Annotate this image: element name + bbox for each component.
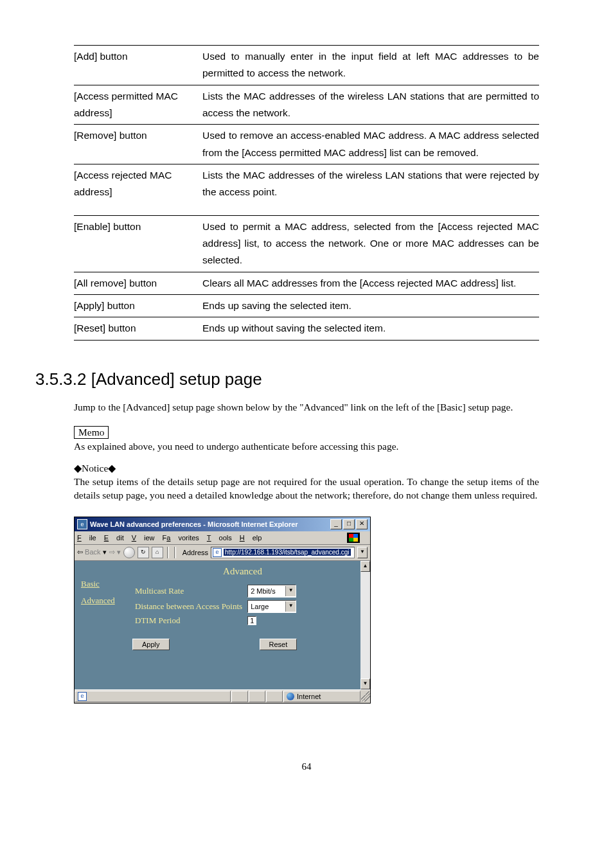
param-desc: Used to remove an access-enabled MAC add… <box>202 125 539 164</box>
toolbar: ⇦ Back ▾ ⇨ ▾ ↻ ⌂ Address e http://192.16… <box>75 545 370 561</box>
memo-text: As explained above, you need to undergo … <box>74 440 539 454</box>
chevron-down-icon: ▼ <box>285 586 296 596</box>
table-row: [Access permitted MAC address] Lists the… <box>74 85 539 125</box>
param-desc: Used to permit a MAC address, selected f… <box>202 215 539 272</box>
browser-window: e Wave LAN advanced preferences - Micros… <box>74 517 371 704</box>
window-title: Wave LAN advanced preferences - Microsof… <box>90 520 330 528</box>
table-row: [Remove] button Used to remove an access… <box>74 125 539 164</box>
dtim-label: DTIM Period <box>132 614 245 627</box>
table-row: [Apply] button Ends up saving the select… <box>74 295 539 317</box>
distance-label: Distance between Access Points <box>132 599 245 614</box>
menu-tools[interactable]: Tools <box>207 534 232 542</box>
home-icon[interactable]: ⌂ <box>152 547 163 558</box>
table-row: [Enable] button Used to permit a MAC add… <box>74 215 539 272</box>
parameter-table: [Add] button Used to manually enter in t… <box>74 45 539 341</box>
param-desc: Ends up saving the selected item. <box>202 295 539 317</box>
param-name: [Remove] button <box>74 125 202 164</box>
address-label: Address <box>182 549 208 556</box>
page-sidebar: Basic Advanced <box>75 561 130 689</box>
reset-button[interactable]: Reset <box>260 639 298 650</box>
sidebar-link-advanced[interactable]: Advanced <box>81 596 127 606</box>
table-row: [Access rejected MAC address] Lists the … <box>74 164 539 216</box>
menu-favorites[interactable]: Favorites <box>163 534 199 542</box>
param-desc: Clears all MAC addresses from the [Acces… <box>202 272 539 294</box>
param-desc: Used to manually enter in the input fiel… <box>202 46 539 85</box>
param-name: [Add] button <box>74 46 202 85</box>
multicast-rate-label: Multicast Rate <box>132 583 245 599</box>
param-name: [Access rejected MAC address] <box>74 164 202 216</box>
status-cell <box>249 691 265 702</box>
distance-value: Large <box>248 603 285 610</box>
address-field[interactable]: e http://192.168.1.193/itsb/tsap_advance… <box>211 547 355 558</box>
menu-edit[interactable]: Edit <box>104 534 124 542</box>
minimize-button[interactable]: _ <box>330 519 342 529</box>
toolbar-separator <box>174 547 176 558</box>
globe-icon <box>287 693 294 700</box>
intro-text: Jump to the [Advanced] setup page shown … <box>74 401 539 414</box>
titlebar: e Wave LAN advanced preferences - Micros… <box>75 517 370 531</box>
param-desc: Ends up without saving the selected item… <box>202 317 539 340</box>
distance-select[interactable]: Large ▼ <box>247 600 296 613</box>
panel-title: Advanced <box>132 566 353 577</box>
param-name: [All remove] button <box>74 272 202 294</box>
resize-grip-icon[interactable] <box>361 691 370 702</box>
menubar: File Edit View Favorites Tools Help <box>75 531 370 545</box>
param-name: [Reset] button <box>74 317 202 340</box>
dtim-input[interactable]: 1 <box>247 616 256 625</box>
table-row: [All remove] button Clears all MAC addre… <box>74 272 539 294</box>
address-dropdown-icon[interactable]: ▼ <box>357 547 368 558</box>
menu-file[interactable]: File <box>77 534 96 542</box>
multicast-rate-value: 2 Mbit/s <box>248 587 285 595</box>
param-name: [Access permitted MAC address] <box>74 85 202 125</box>
maximize-button[interactable]: □ <box>343 519 355 529</box>
chevron-down-icon: ▼ <box>285 601 296 612</box>
page-number: 64 <box>74 761 539 772</box>
status-cell: e <box>75 691 231 702</box>
notice-text: The setup items of the details setup pag… <box>74 475 539 502</box>
scroll-up-icon[interactable]: ▲ <box>360 561 370 572</box>
table-row: [Add] button Used to manually enter in t… <box>74 46 539 85</box>
back-button[interactable]: ⇦ Back ▾ <box>77 548 107 556</box>
scroll-down-icon[interactable]: ▼ <box>360 678 370 689</box>
vertical-scrollbar[interactable]: ▲ ▼ <box>360 561 370 689</box>
sidebar-link-basic[interactable]: Basic <box>81 579 127 589</box>
apply-button[interactable]: Apply <box>132 639 170 650</box>
status-zone-label: Internet <box>297 693 321 700</box>
menu-view[interactable]: View <box>132 534 155 542</box>
status-cell <box>266 691 283 702</box>
ie-app-icon: e <box>77 519 87 529</box>
refresh-icon[interactable]: ↻ <box>138 547 149 558</box>
param-desc: Lists the MAC addresses of the wireless … <box>202 85 539 125</box>
multicast-rate-select[interactable]: 2 Mbit/s ▼ <box>247 585 296 598</box>
memo-label: Memo <box>74 426 109 439</box>
param-name: [Enable] button <box>74 215 202 272</box>
menu-help[interactable]: Help <box>240 534 262 542</box>
scroll-track[interactable] <box>360 572 370 678</box>
status-page-icon: e <box>78 692 87 701</box>
page-icon: e <box>213 548 222 557</box>
statusbar: e Internet <box>75 689 370 703</box>
section-heading: 3.5.3.2 [Advanced] setup page <box>35 369 539 389</box>
param-name: [Apply] button <box>74 295 202 317</box>
toolbar-separator <box>167 547 169 558</box>
param-desc: Lists the MAC addresses of the wireless … <box>202 164 539 216</box>
stop-icon[interactable] <box>123 547 135 558</box>
browser-viewport: Basic Advanced Advanced Multicast Rate 2… <box>75 561 370 689</box>
windows-logo-icon <box>347 533 360 543</box>
page-main: Advanced Multicast Rate 2 Mbit/s ▼ Dista… <box>130 561 360 689</box>
close-button[interactable]: ✕ <box>356 519 368 529</box>
status-zone: Internet <box>283 691 360 702</box>
address-url: http://192.168.1.193/itsb/tsap_advanced.… <box>224 549 350 556</box>
status-cell <box>231 691 248 702</box>
table-row: [Reset] button Ends up without saving th… <box>74 317 539 340</box>
forward-button[interactable]: ⇨ ▾ <box>109 548 121 556</box>
notice-label: ◆Notice◆ <box>74 463 539 474</box>
